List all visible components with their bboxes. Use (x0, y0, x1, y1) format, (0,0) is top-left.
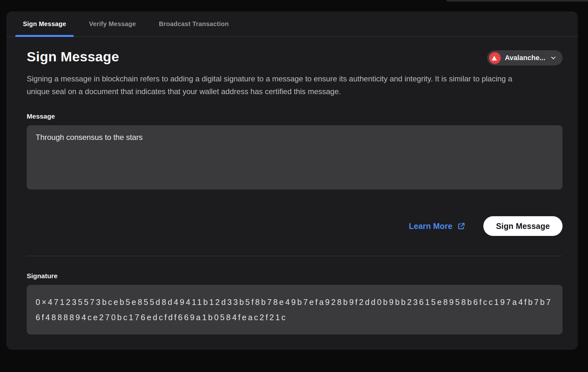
tab-sign-message[interactable]: Sign Message (15, 11, 74, 36)
network-selector-label: Avalanche... (505, 54, 545, 62)
panel-description: Signing a message in blockchain refers t… (27, 72, 514, 98)
sign-message-panel: Sign Message Verify Message Broadcast Tr… (6, 11, 578, 350)
sign-message-button[interactable]: Sign Message (483, 216, 563, 236)
panel-content: Sign Message Avalanche... Signing a mess… (6, 48, 578, 334)
header-row: Sign Message Avalanche... (27, 48, 563, 65)
tab-broadcast-transaction[interactable]: Broadcast Transaction (151, 11, 236, 36)
page-title: Sign Message (27, 48, 119, 65)
tabbar: Sign Message Verify Message Broadcast Tr… (6, 11, 578, 37)
learn-more-link[interactable]: Learn More (409, 222, 466, 231)
tab-sign-message-label: Sign Message (23, 20, 66, 28)
message-label: Message (27, 113, 563, 120)
actions-row: Learn More Sign Message (27, 216, 563, 236)
signature-label: Signature (27, 272, 563, 280)
active-tab-indicator (15, 35, 74, 37)
network-selector[interactable]: Avalanche... (487, 50, 563, 65)
tab-broadcast-transaction-label: Broadcast Transaction (159, 20, 229, 28)
top-window-edge (446, 0, 588, 2)
learn-more-label: Learn More (409, 222, 452, 231)
avalanche-logo-icon (489, 52, 501, 64)
signature-value: 0×471235573bceb5e855d8d49411b12d33b5f8b7… (27, 285, 563, 334)
message-input[interactable]: Through consensus to the stars (27, 125, 563, 189)
tab-verify-message[interactable]: Verify Message (81, 11, 144, 36)
chevron-down-icon (550, 54, 557, 61)
section-divider (27, 256, 563, 256)
tab-verify-message-label: Verify Message (89, 20, 136, 28)
external-link-icon (457, 222, 466, 231)
